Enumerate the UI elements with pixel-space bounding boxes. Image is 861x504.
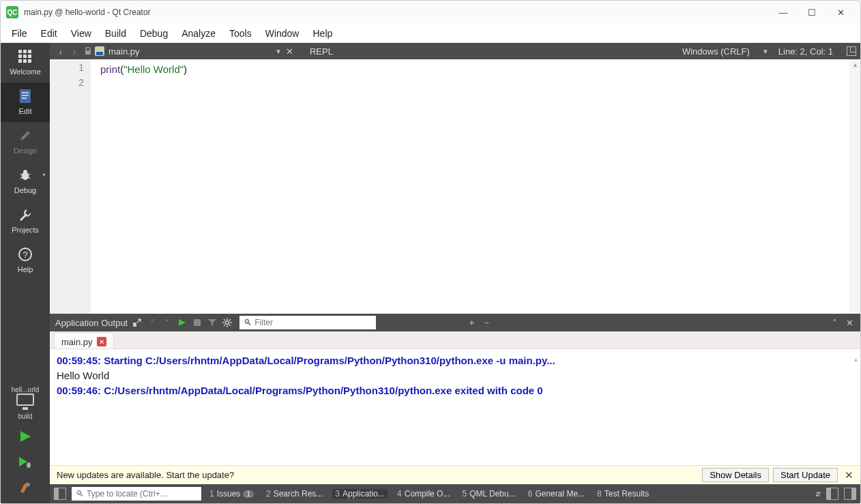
encoding-dropdown-icon[interactable]: ▼ (762, 48, 769, 55)
close-output-button[interactable]: ✕ (844, 317, 855, 328)
menu-file[interactable]: File (5, 25, 34, 42)
svg-rect-5 (28, 55, 31, 58)
output-panel-title: Application Output (55, 318, 128, 328)
run-debug-button[interactable] (16, 453, 35, 472)
split-editor-button[interactable] (847, 46, 856, 56)
menu-build[interactable]: Build (98, 25, 133, 42)
mode-sidebar: WelcomeEditDesignDebug▸Projects?Helphell… (1, 43, 50, 503)
close-document-button[interactable]: ✕ (286, 46, 293, 57)
remove-output-pane-button[interactable]: － (482, 317, 493, 328)
open-file-name[interactable]: main.py (108, 46, 272, 57)
nav-forward-button[interactable]: › (68, 46, 81, 57)
chevron-right-icon: ▸ (43, 171, 46, 177)
svg-rect-6 (18, 59, 22, 63)
sidebar-item-label: Help (18, 265, 33, 273)
svg-rect-2 (28, 50, 31, 53)
sidebar-item-help[interactable]: ?Help (1, 241, 50, 280)
sidebar-item-label: Debug (14, 186, 36, 194)
line-ending-selector[interactable]: Windows (CRLF) (682, 46, 750, 57)
collapse-output-button[interactable]: ˄ (829, 317, 840, 328)
filter-results-button[interactable] (207, 317, 218, 328)
design-icon (17, 128, 33, 144)
toggle-right-pane-button[interactable] (844, 488, 856, 500)
repl-label[interactable]: REPL (310, 46, 333, 57)
kit-selector[interactable]: hell...orldbuild (1, 382, 50, 427)
add-output-pane-button[interactable]: ＋ (467, 317, 478, 328)
output-next-button[interactable]: ˅ (162, 317, 173, 328)
status-tab-8[interactable]: 8Test Results (594, 489, 652, 499)
menu-debug[interactable]: Debug (133, 25, 175, 42)
status-tab-2[interactable]: 2Search Res... (263, 489, 325, 499)
menu-help[interactable]: Help (306, 25, 339, 42)
status-tab-label: Applicatio... (342, 489, 385, 499)
app-icon: QC (6, 6, 18, 18)
menu-edit[interactable]: Edit (34, 25, 64, 42)
sort-output-tabs-button[interactable]: ⇵ (815, 490, 821, 498)
locator-input[interactable] (87, 489, 197, 499)
status-tab-4[interactable]: 4Compile O... (394, 489, 452, 499)
locator-box[interactable]: 🔍︎ (72, 487, 201, 501)
menu-analyze[interactable]: Analyze (175, 25, 222, 42)
sidebar-item-projects[interactable]: Projects (1, 201, 50, 241)
stop-button[interactable] (192, 317, 203, 328)
toggle-output-pane-button[interactable] (826, 488, 838, 500)
menu-view[interactable]: View (64, 25, 98, 42)
editor-scrollbar[interactable]: ▴ (849, 59, 860, 314)
svg-point-22 (27, 462, 31, 468)
rerun-button[interactable] (177, 317, 188, 328)
sidebar-item-edit[interactable]: Edit (1, 83, 50, 122)
edit-icon (17, 88, 33, 104)
attach-button[interactable] (132, 317, 143, 328)
sidebar-item-welcome[interactable]: Welcome (1, 43, 50, 83)
debug-icon (17, 167, 33, 183)
start-update-button[interactable]: Start Update (773, 468, 838, 482)
menu-window[interactable]: Window (259, 25, 306, 42)
window-title: main.py @ hello-world - Qt Creator (24, 8, 151, 17)
maximize-button[interactable]: ☐ (798, 2, 826, 23)
close-button[interactable]: ✕ (826, 2, 855, 23)
line-number-gutter: 12 (50, 59, 91, 314)
file-dropdown-icon[interactable]: ▼ (275, 48, 282, 55)
output-tab-label: main.py (61, 337, 93, 347)
status-tab-1[interactable]: 1Issues1 (207, 489, 257, 499)
code-editor[interactable]: 12 print("Hello World") ▴ (50, 59, 860, 314)
code-content[interactable]: print("Hello World") (91, 59, 849, 314)
dismiss-update-button[interactable]: ✕ (845, 469, 853, 481)
projects-icon (17, 207, 33, 223)
output-tab[interactable]: main.py ✕ (54, 332, 114, 349)
output-filter-input[interactable] (254, 318, 372, 327)
svg-rect-24 (85, 50, 91, 55)
output-prev-button[interactable]: ˄ (147, 317, 158, 328)
kit-build-label: build (18, 413, 32, 420)
output-timestamp-line: 00:59:46: C:/Users/rhntm/AppData/Local/P… (57, 383, 853, 398)
sidebar-item-label: Edit (19, 107, 32, 115)
minimize-button[interactable]: — (769, 2, 798, 23)
svg-rect-26 (194, 319, 201, 326)
svg-point-14 (23, 170, 27, 174)
svg-point-27 (226, 321, 229, 325)
output-panel-header: Application Output ˄ ˅ (50, 314, 860, 331)
welcome-icon (17, 48, 33, 65)
status-tab-label: QML Debu... (469, 489, 516, 499)
output-content[interactable]: ▴ 00:59:45: Starting C:/Users/rhntm/AppD… (50, 349, 860, 465)
svg-line-33 (229, 325, 231, 326)
sidebar-item-label: Projects (12, 226, 39, 234)
status-tab-3[interactable]: 3Applicatio... (332, 489, 388, 499)
status-tab-5[interactable]: 5QML Debu... (459, 489, 518, 499)
show-details-button[interactable]: Show Details (702, 468, 769, 482)
toggle-left-pane-button[interactable] (54, 488, 66, 500)
status-tab-label: Test Results (604, 489, 649, 499)
output-scrollbar[interactable]: ▴ (854, 352, 858, 367)
nav-back-button[interactable]: ‹ (54, 46, 68, 57)
cursor-position: Line: 2, Col: 1 (778, 46, 833, 57)
output-timestamp-line: 00:59:45: Starting C:/Users/rhntm/AppDat… (57, 353, 853, 368)
run-button[interactable] (16, 427, 35, 446)
sidebar-item-label: Design (14, 147, 37, 155)
close-output-tab-button[interactable]: ✕ (97, 337, 106, 346)
output-settings-button[interactable] (222, 317, 233, 328)
status-tab-6[interactable]: 6General Me... (525, 489, 587, 499)
build-button[interactable] (16, 479, 35, 498)
sidebar-item-debug[interactable]: Debug▸ (1, 162, 50, 201)
output-filter-box[interactable]: 🔍︎ (239, 316, 376, 329)
menu-tools[interactable]: Tools (222, 25, 259, 42)
